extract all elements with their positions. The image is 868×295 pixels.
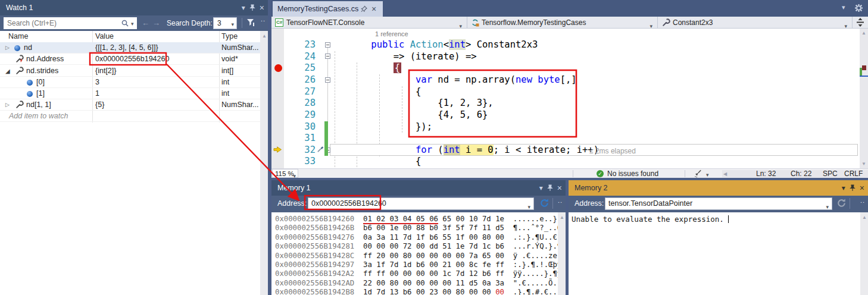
expander-collapsed-icon[interactable]: ▷ bbox=[5, 99, 10, 111]
close-icon[interactable]: × bbox=[860, 180, 864, 196]
edit-and-continue-icon bbox=[317, 145, 324, 153]
type-dropdown[interactable]: Tensorflow.MemoryTestingCases ▾ bbox=[467, 17, 658, 29]
watch-row-nd-address[interactable]: nd.Address 0x000002556b194260 void* bbox=[0, 54, 260, 65]
pin-icon[interactable] bbox=[547, 184, 553, 192]
issues-status[interactable]: No issues found bbox=[607, 170, 658, 178]
status-column: Ch: 22 bbox=[791, 170, 811, 178]
watch-type: int bbox=[221, 77, 229, 88]
outline-collapse-box[interactable] bbox=[325, 77, 330, 83]
address-label: Address: bbox=[277, 199, 307, 208]
property-refresh-icon bbox=[15, 55, 24, 63]
watch-row-strides-0[interactable]: [0] 3 int bbox=[0, 77, 260, 88]
scroll-up-icon[interactable]: ▲ bbox=[560, 215, 564, 220]
memory1-scrollbar[interactable]: ▲ bbox=[558, 212, 566, 295]
field-icon bbox=[27, 91, 33, 97]
document-list-icon[interactable]: ▾ bbox=[842, 4, 845, 11]
tab-close-icon[interactable]: × bbox=[371, 1, 376, 17]
scroll-up-icon[interactable]: ▲ bbox=[262, 33, 267, 39]
tab-pin-icon[interactable] bbox=[361, 5, 367, 12]
watch-name: [1] bbox=[36, 88, 45, 99]
watch-scrollbar[interactable]: ▲ bbox=[260, 31, 268, 295]
close-icon[interactable]: × bbox=[557, 180, 562, 196]
memory2-address-input[interactable]: tensor.TensorDataPointer ▾ bbox=[605, 197, 832, 210]
gear-icon[interactable] bbox=[855, 4, 863, 12]
watch-name: nd[1, 1] bbox=[26, 99, 51, 111]
perf-tip: ≤ 2ms elapsed bbox=[589, 147, 636, 155]
window-menu-icon[interactable]: ▾ bbox=[242, 0, 245, 15]
outline-collapse-box[interactable] bbox=[325, 54, 330, 59]
watch-value[interactable]: {5} bbox=[95, 99, 104, 111]
watch-type: int bbox=[221, 88, 229, 99]
toolbar-separator bbox=[552, 198, 553, 209]
search-forward-icon[interactable]: → bbox=[152, 18, 160, 27]
outline-collapse-box[interactable] bbox=[325, 42, 330, 48]
close-icon[interactable]: × bbox=[260, 0, 264, 15]
add-item-label[interactable]: Add item to watch bbox=[9, 111, 68, 122]
scroll-up-icon[interactable]: ▲ bbox=[861, 30, 866, 36]
expander-collapsed-icon[interactable]: ▷ bbox=[5, 42, 10, 54]
search-back-icon[interactable]: ← bbox=[142, 18, 149, 27]
watch-row-nd[interactable]: ▷ nd {[[1, 2, 3], [4, 5, 6]]} NumShar... bbox=[0, 42, 260, 54]
member-dropdown[interactable]: Constant2x3 ▾ bbox=[658, 17, 853, 29]
member-name: Constant2x3 bbox=[673, 17, 713, 29]
memory2-scrollbar[interactable]: ▲ bbox=[860, 212, 868, 295]
toolbar-overflow[interactable]: .. bbox=[558, 197, 563, 204]
memory1-panel: Memory 1 ▾ × Address: 0x000002556B194260… bbox=[271, 180, 566, 295]
zoom-control[interactable]: 115 % ▾ bbox=[272, 169, 298, 178]
health-check-icon[interactable]: ✓ bbox=[597, 170, 604, 177]
code-line-26: 26 var nd = np.array(new byte[,] bbox=[332, 74, 577, 86]
column-header-value[interactable]: Value bbox=[95, 31, 114, 42]
refresh-icon[interactable] bbox=[539, 198, 549, 208]
watch-value[interactable]: 3 bbox=[95, 77, 99, 88]
memory1-content[interactable]: 0x000002556B194260 01 02 03 04 05 06 65 … bbox=[271, 212, 566, 295]
search-icon[interactable] bbox=[121, 19, 129, 27]
search-options-icon[interactable]: ▾ bbox=[131, 21, 134, 27]
editor-vertical-scrollbar[interactable]: ▲ ▼ bbox=[860, 29, 868, 168]
evaluation-error-message: Unable to evaluate the expression. bbox=[572, 215, 729, 224]
text-caret bbox=[728, 215, 729, 223]
search-depth-combo[interactable]: 3 ▾ bbox=[213, 17, 237, 29]
column-header-type[interactable]: Type bbox=[221, 31, 238, 42]
watch-toolbar: ▾ ← → Search Depth: 3 ▾ .. bbox=[0, 15, 268, 31]
filter-icon[interactable] bbox=[246, 18, 255, 27]
code-cleanup-icon[interactable] bbox=[693, 170, 702, 178]
watch-row-add-item[interactable]: Add item to watch bbox=[0, 111, 260, 122]
window-menu-icon[interactable]: ▾ bbox=[539, 180, 543, 196]
watch-row-nd-1-1[interactable]: ▷ nd[1, 1] {5} NumShar... bbox=[0, 99, 260, 111]
address-dropdown-icon[interactable]: ▾ bbox=[826, 202, 829, 210]
window-menu-icon[interactable]: ▾ bbox=[842, 180, 845, 196]
memory1-address-input[interactable]: 0x000002556B194260 ▾ bbox=[308, 197, 534, 210]
watch-grid[interactable]: Name Value Type ▷ nd {[[1, 2, 3], [4, 5,… bbox=[0, 31, 268, 295]
memory1-title: Memory 1 ▾ × bbox=[271, 180, 566, 196]
column-header-name[interactable]: Name bbox=[8, 31, 28, 42]
scroll-down-icon[interactable]: ▼ bbox=[861, 161, 866, 167]
code-editor[interactable]: 1 reference 23 public Action<int> Consta… bbox=[271, 29, 860, 168]
memory-row: 0x000002556B19426B b6 00 1e 00 88 b0 3f … bbox=[271, 224, 566, 233]
watch-value[interactable]: 0x000002556b194260 bbox=[95, 54, 169, 65]
tab-memorytestingcases[interactable]: MemoryTestingCases.cs × bbox=[273, 1, 383, 17]
code-cleanup-options-icon[interactable]: ▾ bbox=[706, 172, 709, 178]
toolbar-overflow[interactable]: .. bbox=[261, 15, 266, 23]
memory2-content[interactable]: Unable to evaluate the expression. ▲ bbox=[569, 212, 868, 295]
scroll-left-icon[interactable]: ◀ bbox=[723, 171, 727, 177]
watch-name: nd bbox=[24, 42, 32, 54]
watch-row-strides-1[interactable]: [1] 1 int bbox=[0, 88, 260, 99]
toolbar-overflow[interactable]: .. bbox=[860, 197, 865, 204]
watch-row-nd-strides[interactable]: ◢ nd.strides {int[2]} int[] bbox=[0, 65, 260, 77]
watch-value[interactable]: {[[1, 2, 3], [4, 5, 6]]} bbox=[95, 42, 158, 54]
memory2-panel: Memory 2 ▾ × Address: tensor.TensorDataP… bbox=[569, 180, 868, 295]
expander-expanded-icon[interactable]: ◢ bbox=[5, 65, 10, 77]
watch-value[interactable]: {int[2]} bbox=[95, 65, 116, 77]
code-line-28: 28 {1, 2, 3}, bbox=[332, 98, 494, 109]
watch-value[interactable]: 1 bbox=[95, 88, 99, 99]
pin-icon[interactable] bbox=[249, 4, 255, 11]
search-input[interactable] bbox=[4, 18, 116, 29]
pin-icon[interactable] bbox=[850, 184, 855, 192]
codelens-references[interactable]: 1 reference bbox=[375, 30, 408, 37]
address-dropdown-icon[interactable]: ▾ bbox=[527, 202, 530, 210]
change-tracking-bar bbox=[324, 121, 328, 156]
split-window-icon[interactable] bbox=[857, 18, 864, 27]
memory2-toolbar: Address: tensor.TensorDataPointer ▾ .. bbox=[569, 196, 868, 212]
project-dropdown[interactable]: C# TensorFlowNET.Console ▾ bbox=[271, 17, 467, 29]
scroll-up-icon[interactable]: ▲ bbox=[862, 215, 867, 220]
